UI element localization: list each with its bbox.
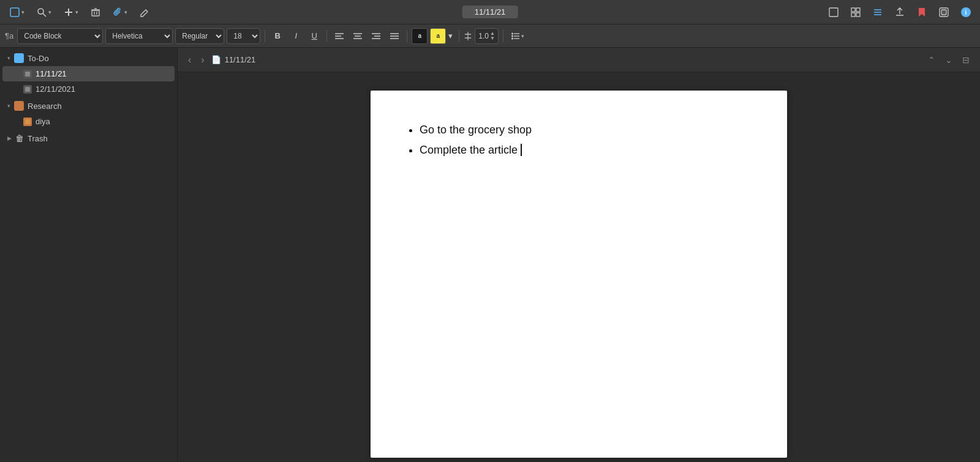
svg-rect-11 [851, 8, 855, 12]
sidebar-item-note1-label: 11/11/21 [36, 69, 67, 78]
sidebar-group-research: ▾ Research diya [0, 98, 177, 129]
block-style-select[interactable]: Code Block Body Heading Subheading [17, 28, 103, 44]
sidebar-item-note1[interactable]: 11/11/21 [2, 66, 175, 81]
font-size-select[interactable]: 18 12 14 16 20 24 [227, 28, 260, 44]
research-chevron: ▾ [7, 103, 10, 109]
line-height-icon [464, 32, 472, 40]
trash-group-label: Trash [28, 134, 48, 143]
divider-4 [459, 30, 459, 42]
toolbar-right-group: i [826, 4, 974, 20]
breadcrumb-bar: ‹ › 📄 11/11/21 ⌃ ⌄ ⊟ [178, 48, 980, 72]
add-button[interactable]: ▾ [60, 5, 82, 20]
font-select[interactable]: Helvetica Arial Times New Roman [105, 28, 173, 44]
sidebar-group-todo: ▾ To-Do 11/11/21 12/11/2021 [0, 50, 177, 97]
font-weight-select[interactable]: Regular Bold Light [175, 28, 224, 44]
text-cursor [518, 144, 522, 156]
split-view-button[interactable]: ⊟ [959, 54, 973, 66]
align-justify-button[interactable] [386, 28, 402, 44]
collapse-button[interactable]: ⌃ [925, 54, 938, 66]
search-button[interactable]: ▾ [33, 5, 55, 20]
svg-rect-45 [25, 119, 30, 124]
top-toolbar: ▾ ▾ ▾ ▾ 11/11/21 [0, 0, 980, 24]
share-button[interactable] [892, 4, 908, 20]
attach-button[interactable]: ▾ [109, 5, 131, 20]
window-button[interactable]: ▾ [6, 5, 28, 20]
research-group-icon [14, 101, 24, 111]
svg-line-2 [43, 13, 46, 17]
search-chevron: ▾ [48, 9, 51, 15]
mask-button[interactable] [936, 4, 952, 20]
delete-button[interactable] [87, 5, 104, 20]
breadcrumb-doc-icon: 📄 [211, 55, 221, 64]
main-area: ▾ To-Do 11/11/21 12/11/2021 ▾ [0, 48, 980, 462]
sidebar-group-research-header[interactable]: ▾ Research [2, 98, 175, 114]
line-height-down[interactable]: ▼ [490, 36, 495, 41]
line-height-value: 1.0 [478, 32, 489, 40]
line-height-control: 1.0 ▲ ▼ [475, 28, 499, 44]
editor-area[interactable]: Go to the grocery shop Complete the arti… [178, 72, 980, 462]
svg-rect-5 [92, 10, 99, 16]
bold-button[interactable]: B [270, 28, 285, 44]
todo-chevron: ▾ [7, 55, 10, 61]
view-list-button[interactable] [870, 4, 886, 20]
divider-3 [407, 30, 407, 42]
italic-button[interactable]: I [288, 28, 304, 44]
nav-back-button[interactable]: ‹ [185, 53, 194, 67]
sidebar-item-note2[interactable]: 12/11/2021 [2, 81, 175, 97]
svg-point-39 [511, 35, 513, 37]
sidebar-group-trash: ▶ 🗑 Trash [0, 130, 177, 146]
bookmark-button[interactable] [914, 4, 930, 20]
breadcrumb-title: 11/11/21 [225, 55, 256, 64]
todo-group-label: To-Do [28, 54, 49, 63]
list-button[interactable]: ▾ [508, 28, 528, 44]
nav-forward-button[interactable]: › [198, 53, 207, 67]
underline-button[interactable]: U [306, 28, 322, 44]
content-wrapper: ‹ › 📄 11/11/21 ⌃ ⌄ ⊟ Go to the grocery s… [178, 48, 980, 462]
trash-chevron: ▶ [7, 135, 12, 141]
document-title-center: 11/11/21 [462, 6, 518, 18]
edit-button[interactable] [136, 5, 153, 20]
align-center-button[interactable] [350, 28, 366, 44]
list-item-1-text: Complete the article [420, 144, 522, 156]
svg-rect-0 [10, 8, 19, 17]
svg-rect-19 [941, 10, 946, 15]
view-single-button[interactable] [826, 4, 842, 20]
format-toolbar: ¶a Code Block Body Heading Subheading He… [0, 24, 980, 48]
highlight-chevron[interactable]: ▾ [446, 28, 454, 44]
svg-rect-44 [25, 87, 30, 92]
svg-point-37 [511, 32, 513, 34]
attach-chevron: ▾ [124, 9, 127, 15]
list-item-0-text: Go to the grocery shop [420, 124, 532, 136]
note-icon-diya [23, 117, 32, 126]
sidebar-group-todo-header[interactable]: ▾ To-Do [2, 50, 175, 66]
highlight-color-swatch[interactable]: a [430, 28, 446, 44]
sidebar-group-trash-header[interactable]: ▶ 🗑 Trash [2, 130, 175, 146]
svg-rect-13 [851, 13, 855, 17]
breadcrumb-right-buttons: ⌃ ⌄ ⊟ [925, 54, 973, 66]
expand-button[interactable]: ⌄ [942, 54, 956, 66]
svg-text:i: i [965, 9, 967, 16]
svg-point-41 [511, 37, 513, 39]
divider-5 [503, 30, 503, 42]
sidebar: ▾ To-Do 11/11/21 12/11/2021 ▾ [0, 48, 178, 462]
block-style-icon: ¶a [5, 31, 13, 40]
window-chevron: ▾ [21, 9, 24, 15]
align-right-button[interactable] [368, 28, 384, 44]
align-left-button[interactable] [331, 28, 347, 44]
sidebar-item-diya[interactable]: diya [2, 114, 175, 129]
sidebar-item-note2-label: 12/11/2021 [36, 84, 75, 94]
document-page[interactable]: Go to the grocery shop Complete the arti… [371, 91, 787, 458]
divider-1 [265, 30, 265, 42]
divider-2 [326, 30, 327, 42]
svg-rect-10 [829, 8, 838, 17]
sidebar-item-diya-label: diya [36, 117, 50, 126]
note-icon-2 [23, 85, 32, 94]
list-item-1: Complete the article [420, 141, 750, 159]
document-list: Go to the grocery shop Complete the arti… [407, 121, 750, 159]
note-icon-1 [23, 70, 32, 78]
info-button[interactable]: i [958, 4, 974, 20]
svg-rect-43 [25, 72, 30, 76]
view-grid-button[interactable] [848, 4, 864, 20]
todo-group-icon [14, 53, 24, 63]
text-color-swatch[interactable]: a [412, 28, 428, 44]
